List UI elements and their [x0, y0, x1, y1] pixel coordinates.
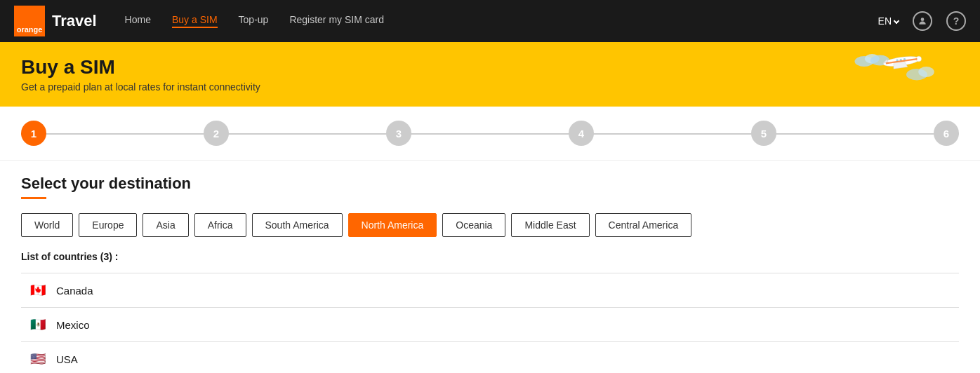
country-list-header: List of countries (3) : [21, 251, 959, 262]
user-icon[interactable] [913, 11, 932, 31]
orange-logo[interactable]: orange [14, 6, 45, 36]
tab-asia[interactable]: Asia [143, 213, 188, 237]
tab-south-america[interactable]: South America [252, 213, 343, 237]
chevron-down-icon [894, 18, 899, 24]
tab-africa[interactable]: Africa [194, 213, 246, 237]
tab-north-america[interactable]: North America [348, 213, 437, 237]
hero-banner: Buy a SIM Get a prepaid plan at local ra… [0, 42, 980, 107]
nav-links: Home Buy a SIM Top-up Register my SIM ca… [125, 14, 878, 28]
country-list: 🇨🇦 Canada 🇲🇽 Mexico 🇺🇸 USA [21, 273, 959, 373]
logo-text: orange [17, 25, 43, 34]
country-mexico[interactable]: 🇲🇽 Mexico [21, 308, 959, 342]
hero-title: Buy a SIM [21, 56, 959, 79]
tab-oceania[interactable]: Oceania [442, 213, 505, 237]
flag-mexico: 🇲🇽 [28, 318, 48, 332]
region-tabs: World Europe Asia Africa South America N… [21, 213, 959, 237]
section-title: Select your destination [21, 175, 959, 193]
country-name-canada: Canada [56, 285, 93, 297]
tab-middle-east[interactable]: Middle East [511, 213, 589, 237]
step-6[interactable]: 6 [934, 121, 959, 146]
country-name-mexico: Mexico [56, 319, 90, 331]
stepper-steps: 1 2 3 4 5 6 [21, 121, 959, 146]
help-label: ? [953, 15, 960, 27]
section-underline [21, 197, 46, 199]
nav-buy-sim[interactable]: Buy a SIM [172, 14, 218, 28]
flag-usa: 🇺🇸 [28, 352, 48, 366]
lang-label: EN [878, 15, 892, 27]
nav-right: EN ? [878, 11, 966, 31]
step-4[interactable]: 4 [569, 121, 594, 146]
step-1[interactable]: 1 [21, 121, 46, 146]
brand-title: Travel [52, 12, 97, 30]
flag-canada: 🇨🇦 [28, 283, 48, 297]
step-3[interactable]: 3 [386, 121, 411, 146]
country-usa[interactable]: 🇺🇸 USA [21, 342, 959, 373]
country-canada[interactable]: 🇨🇦 Canada [21, 273, 959, 308]
step-2[interactable]: 2 [204, 121, 229, 146]
tab-europe[interactable]: Europe [79, 213, 137, 237]
help-icon[interactable]: ? [946, 11, 966, 31]
tab-central-america[interactable]: Central America [595, 213, 692, 237]
main-content: Select your destination World Europe Asi… [0, 161, 980, 373]
nav-topup[interactable]: Top-up [239, 14, 269, 28]
navbar: orange Travel Home Buy a SIM Top-up Regi… [0, 0, 980, 42]
tab-world[interactable]: World [21, 213, 73, 237]
step-5[interactable]: 5 [751, 121, 776, 146]
nav-register[interactable]: Register my SIM card [289, 14, 384, 28]
svg-point-0 [921, 18, 925, 21]
nav-home[interactable]: Home [125, 14, 151, 28]
svg-point-5 [918, 67, 934, 77]
plane-illustration [854, 46, 938, 88]
language-selector[interactable]: EN [878, 15, 899, 27]
hero-subtitle: Get a prepaid plan at local rates for in… [21, 81, 959, 93]
country-name-usa: USA [56, 353, 78, 365]
stepper: 1 2 3 4 5 6 [0, 107, 980, 161]
